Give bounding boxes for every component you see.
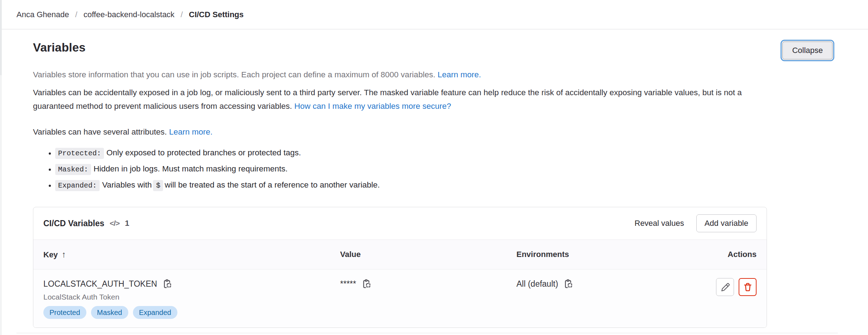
delete-variable-button[interactable] [739, 278, 757, 296]
card-header: CI/CD Variables </> 1 Reveal values Add … [33, 207, 767, 239]
key-header-label: Key [43, 250, 58, 259]
clipboard-copy-icon [563, 279, 573, 289]
list-item-expanded: Expanded:Variables with$will be treated … [55, 180, 778, 191]
intro-text: Variables store information that you can… [33, 70, 435, 79]
copy-value-button[interactable] [362, 279, 372, 289]
intro-paragraph: Variables store information that you can… [33, 68, 778, 82]
key-cell: LOCALSTACK_AUTH_TOKEN LocalStack Au [33, 270, 330, 328]
table-row: LOCALSTACK_AUTH_TOKEN LocalStack Au [33, 270, 767, 328]
badge-list: Protected Masked Expanded [43, 306, 320, 319]
trash-icon [743, 282, 753, 292]
page-title: Variables [33, 41, 86, 54]
attributes-paragraph: Variables can have several attributes. L… [33, 125, 778, 139]
badge-protected: Protected [43, 306, 86, 319]
attributes-learn-more-link[interactable]: Learn more. [169, 127, 213, 136]
breadcrumb-current-page: CI/CD Settings [189, 10, 244, 19]
add-variable-button[interactable]: Add variable [696, 214, 757, 232]
value-cell: ***** [330, 270, 506, 328]
masked-text: Hidden in job logs. Must match masking r… [94, 164, 288, 173]
list-item-masked: Masked:Hidden in job logs. Must match ma… [55, 164, 778, 175]
copy-environments-button[interactable] [563, 279, 573, 289]
card-title-group: CI/CD Variables </> 1 [43, 219, 129, 228]
copy-key-button[interactable] [162, 279, 172, 289]
breadcrumb-link-project[interactable]: coffee-backend-localstack [84, 10, 175, 19]
variables-table: Key↑ Value Environments Actions LOCALSTA… [33, 239, 767, 327]
variable-environments: All (default) [516, 279, 558, 289]
column-header-key[interactable]: Key↑ [33, 240, 330, 270]
column-header-environments: Environments [506, 240, 664, 270]
cicd-variables-card: CI/CD Variables </> 1 Reveal values Add … [33, 207, 767, 328]
breadcrumb-link-namespace[interactable]: Anca Ghenade [16, 10, 69, 19]
attributes-text: Variables can have several attributes. [33, 127, 167, 136]
sidebar-rail-segment [0, 0, 2, 75]
cutoff-sidebar-rail [0, 0, 2, 335]
card-title: CI/CD Variables [43, 219, 104, 228]
expanded-code-chip: Expanded: [55, 180, 100, 191]
variables-section-header: Variables Collapse [33, 41, 835, 59]
badge-expanded: Expanded [133, 306, 177, 319]
variable-description: LocalStack Auth Token [43, 293, 320, 301]
column-header-value: Value [330, 240, 506, 270]
badge-masked: Masked [91, 306, 128, 319]
expanded-text-before: Variables with [102, 180, 152, 189]
top-breadcrumb-bar: Anca Ghenade / coffee-backend-localstack… [0, 0, 868, 29]
protected-text: Only exposed to protected branches or pr… [106, 148, 301, 157]
variable-value-masked: ***** [340, 279, 356, 289]
pencil-icon [720, 282, 730, 292]
reveal-values-button[interactable]: Reveal values [633, 216, 686, 231]
expanded-text-after: will be treated as the start of a refere… [164, 180, 380, 189]
protected-code-chip: Protected: [55, 148, 104, 159]
breadcrumb-separator: / [181, 10, 183, 19]
card-actions: Reveal values Add variable [633, 214, 757, 232]
secure-variables-link[interactable]: How can I make my variables more secure? [294, 102, 451, 111]
masked-code-chip: Masked: [55, 164, 91, 175]
code-icon: </> [110, 219, 119, 228]
table-header-row: Key↑ Value Environments Actions [33, 240, 767, 270]
sort-ascending-icon: ↑ [62, 249, 66, 259]
clipboard-copy-icon [162, 279, 172, 289]
breadcrumb: Anca Ghenade / coffee-backend-localstack… [16, 10, 244, 19]
clipboard-copy-icon [362, 279, 372, 289]
list-item-protected: Protected:Only exposed to protected bran… [55, 147, 778, 159]
dollar-code-chip: $ [153, 180, 163, 191]
collapse-button[interactable]: Collapse [782, 42, 833, 59]
learn-more-link[interactable]: Learn more. [438, 70, 481, 79]
warning-paragraph: Variables can be accidentally exposed in… [33, 86, 778, 113]
breadcrumb-separator: / [75, 10, 77, 19]
column-header-actions: Actions [664, 240, 767, 270]
edit-variable-button[interactable] [716, 278, 734, 296]
next-section-divider [16, 333, 838, 333]
settings-content: Variables Collapse Variables store infor… [0, 41, 868, 328]
attributes-list: Protected:Only exposed to protected bran… [33, 147, 778, 191]
variables-description: Variables store information that you can… [33, 68, 778, 191]
actions-cell [664, 270, 767, 328]
variable-key: LOCALSTACK_AUTH_TOKEN [43, 279, 157, 289]
variable-count: 1 [125, 219, 129, 228]
environments-cell: All (default) [506, 270, 664, 328]
